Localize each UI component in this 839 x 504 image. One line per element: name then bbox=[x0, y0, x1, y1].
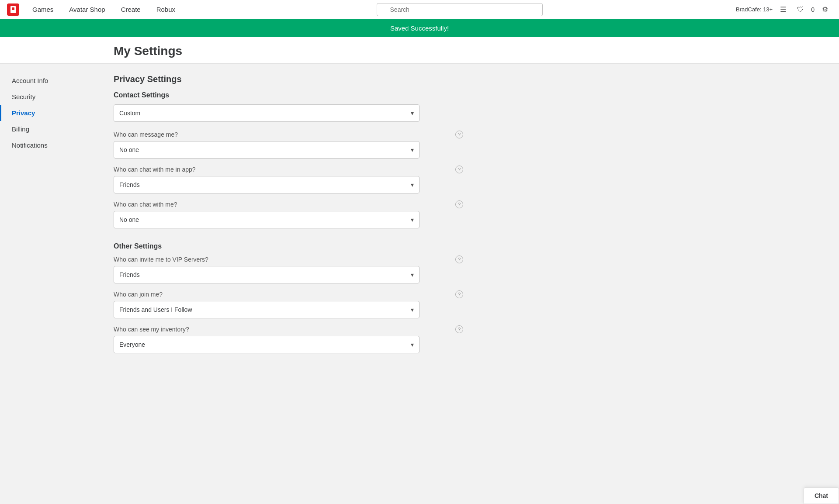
contact-settings-dropdown[interactable]: Custom ▾ bbox=[114, 104, 420, 122]
inventory-setting-row: Who can see my inventory? ? Everyone ▾ bbox=[114, 325, 463, 353]
inventory-value: Everyone bbox=[119, 341, 145, 348]
contact-settings-group: Contact Settings Custom ▾ Who can messag… bbox=[114, 91, 463, 228]
sidebar-item-notifications[interactable]: Notifications bbox=[0, 137, 105, 153]
vip-setting-row: Who can invite me to VIP Servers? ? Frie… bbox=[114, 255, 463, 283]
join-setting-row: Who can join me? ? Friends and Users I F… bbox=[114, 290, 463, 318]
search-wrapper: 🔍 bbox=[377, 3, 543, 16]
chat-icon-btn[interactable]: ☰ bbox=[776, 3, 790, 17]
privacy-settings-title: Privacy Settings bbox=[114, 74, 463, 84]
navbar-right: BradCafe: 13+ ☰ 🛡 0 ⚙ bbox=[736, 3, 832, 17]
roblox-logo[interactable] bbox=[7, 3, 19, 16]
inventory-dropdown[interactable]: Everyone ▾ bbox=[114, 336, 420, 353]
join-chevron-icon: ▾ bbox=[411, 306, 414, 313]
chat-label: Who can chat with me? bbox=[114, 201, 177, 208]
sidebar-item-security[interactable]: Security bbox=[0, 89, 105, 105]
chat-app-label-row: Who can chat with me in app? ? bbox=[114, 166, 463, 173]
chat-setting-row: Who can chat with me? ? No one ▾ bbox=[114, 200, 463, 228]
navbar: Games Avatar Shop Create Robux 🔍 BradCaf… bbox=[0, 0, 839, 19]
inventory-label: Who can see my inventory? bbox=[114, 326, 189, 333]
vip-dropdown[interactable]: Friends ▾ bbox=[114, 266, 420, 283]
join-label: Who can join me? bbox=[114, 291, 163, 298]
navbar-link-avatar-shop[interactable]: Avatar Shop bbox=[61, 0, 113, 19]
chat-dropdown[interactable]: No one ▾ bbox=[114, 211, 420, 228]
main-content: Privacy Settings Contact Settings Custom… bbox=[105, 64, 498, 504]
inventory-help-icon[interactable]: ? bbox=[455, 325, 463, 333]
join-label-row: Who can join me? ? bbox=[114, 290, 463, 298]
contact-settings-title: Contact Settings bbox=[114, 91, 463, 99]
join-help-icon[interactable]: ? bbox=[455, 290, 463, 298]
chat-button[interactable]: Chat bbox=[804, 487, 839, 504]
robux-count: 0 bbox=[811, 6, 815, 13]
sidebar-item-account-info[interactable]: Account Info bbox=[0, 72, 105, 89]
join-value: Friends and Users I Follow bbox=[119, 306, 192, 313]
search-area: 🔍 bbox=[183, 3, 736, 16]
chat-help-icon[interactable]: ? bbox=[455, 200, 463, 208]
navbar-link-robux[interactable]: Robux bbox=[149, 0, 183, 19]
chat-value: No one bbox=[119, 216, 139, 223]
message-label-row: Who can message me? ? bbox=[114, 131, 463, 138]
inventory-label-row: Who can see my inventory? ? bbox=[114, 325, 463, 333]
vip-chevron-icon: ▾ bbox=[411, 271, 414, 278]
message-value: No one bbox=[119, 146, 139, 153]
vip-label-row: Who can invite me to VIP Servers? ? bbox=[114, 255, 463, 263]
navbar-link-create[interactable]: Create bbox=[113, 0, 149, 19]
shield-icon-btn[interactable]: 🛡 bbox=[794, 3, 808, 17]
navbar-link-games[interactable]: Games bbox=[24, 0, 61, 19]
vip-value: Friends bbox=[119, 271, 140, 278]
join-dropdown[interactable]: Friends and Users I Follow ▾ bbox=[114, 301, 420, 318]
chat-app-value: Friends bbox=[119, 181, 140, 188]
page-layout: Account Info Security Privacy Billing No… bbox=[0, 64, 839, 504]
vip-label: Who can invite me to VIP Servers? bbox=[114, 256, 208, 263]
chat-app-help-icon[interactable]: ? bbox=[455, 166, 463, 173]
contact-settings-chevron-icon: ▾ bbox=[411, 110, 414, 117]
other-settings-title: Other Settings bbox=[114, 242, 463, 250]
message-chevron-icon: ▾ bbox=[411, 146, 414, 153]
message-label: Who can message me? bbox=[114, 131, 178, 138]
username-display: BradCafe: 13+ bbox=[736, 6, 773, 13]
contact-settings-value: Custom bbox=[119, 110, 140, 117]
vip-help-icon[interactable]: ? bbox=[455, 255, 463, 263]
search-input[interactable] bbox=[377, 3, 543, 16]
other-settings-group: Other Settings Who can invite me to VIP … bbox=[114, 242, 463, 353]
chat-chevron-icon: ▾ bbox=[411, 216, 414, 223]
chat-label-row: Who can chat with me? ? bbox=[114, 200, 463, 208]
sidebar-item-privacy[interactable]: Privacy bbox=[0, 105, 105, 121]
success-message: Saved Successfully! bbox=[390, 24, 449, 32]
chat-app-dropdown[interactable]: Friends ▾ bbox=[114, 176, 420, 193]
chat-app-setting-row: Who can chat with me in app? ? Friends ▾ bbox=[114, 166, 463, 193]
chat-app-chevron-icon: ▾ bbox=[411, 181, 414, 188]
sidebar-item-billing[interactable]: Billing bbox=[0, 121, 105, 137]
message-help-icon[interactable]: ? bbox=[455, 131, 463, 138]
page-title: My Settings bbox=[114, 44, 839, 63]
inventory-chevron-icon: ▾ bbox=[411, 341, 414, 348]
message-dropdown[interactable]: No one ▾ bbox=[114, 141, 420, 159]
svg-rect-2 bbox=[12, 7, 14, 10]
page-title-bar: My Settings bbox=[0, 37, 839, 64]
chat-app-label: Who can chat with me in app? bbox=[114, 166, 196, 173]
settings-icon-btn[interactable]: ⚙ bbox=[818, 3, 832, 17]
message-setting-row: Who can message me? ? No one ▾ bbox=[114, 131, 463, 159]
sidebar: Account Info Security Privacy Billing No… bbox=[0, 64, 105, 504]
navbar-links: Games Avatar Shop Create Robux bbox=[24, 0, 183, 19]
success-banner: Saved Successfully! bbox=[0, 19, 839, 37]
